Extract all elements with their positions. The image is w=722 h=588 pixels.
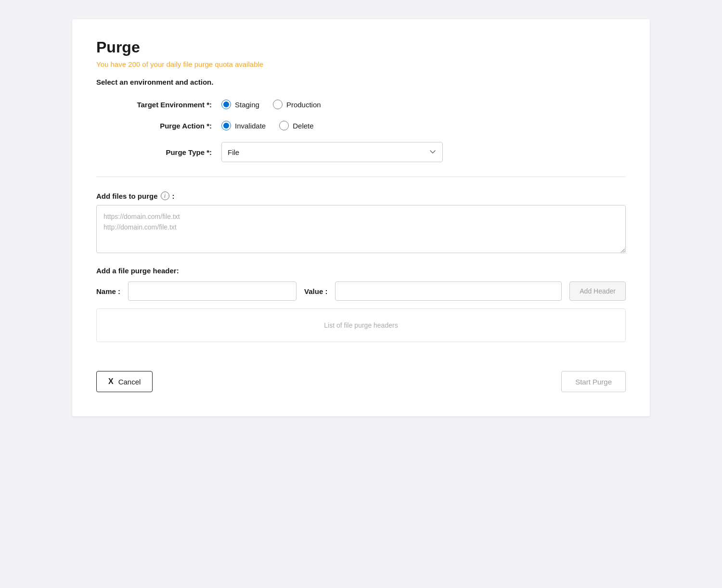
start-purge-button[interactable]: Start Purge — [561, 371, 626, 392]
invalidate-label: Invalidate — [235, 122, 266, 130]
headers-list-placeholder: List of file purge headers — [324, 321, 398, 329]
files-textarea[interactable] — [96, 205, 626, 253]
header-value-label: Value : — [304, 287, 327, 295]
purge-type-label: Purge Type *: — [125, 148, 221, 156]
cancel-label: Cancel — [118, 378, 141, 386]
target-environment-group: Staging Production — [221, 100, 321, 109]
cancel-button[interactable]: X Cancel — [96, 371, 153, 392]
staging-radio[interactable] — [221, 100, 231, 109]
staging-label: Staging — [235, 101, 259, 109]
page-title: Purge — [96, 38, 626, 56]
quota-message: You have 200 of your daily file purge qu… — [96, 60, 626, 68]
target-environment-row: Target Environment *: Staging Production — [96, 100, 626, 109]
headers-list-box: List of file purge headers — [96, 308, 626, 342]
add-header-button[interactable]: Add Header — [569, 281, 626, 301]
invalidate-radio[interactable] — [221, 121, 231, 130]
add-header-label: Add a file purge header: — [96, 267, 626, 275]
delete-radio[interactable] — [279, 121, 289, 130]
purge-action-group: Invalidate Delete — [221, 121, 314, 130]
delete-option[interactable]: Delete — [279, 121, 313, 130]
header-input-row: Name : Value : Add Header — [96, 281, 626, 301]
header-value-input[interactable] — [335, 281, 562, 301]
footer-actions: X Cancel Start Purge — [96, 361, 626, 392]
divider-1 — [96, 177, 626, 177]
cancel-x-icon: X — [108, 377, 114, 386]
purge-action-row: Purge Action *: Invalidate Delete — [96, 121, 626, 130]
header-name-input[interactable] — [128, 281, 297, 301]
delete-label: Delete — [293, 122, 313, 130]
section-instruction: Select an environment and action. — [96, 78, 626, 86]
info-icon[interactable]: i — [161, 192, 169, 200]
purge-type-select[interactable]: File Directory All Files — [221, 142, 443, 162]
production-option[interactable]: Production — [273, 100, 321, 109]
add-files-colon: : — [172, 192, 175, 200]
target-environment-label: Target Environment *: — [125, 101, 221, 109]
purge-action-label: Purge Action *: — [125, 122, 221, 130]
page-container: Purge You have 200 of your daily file pu… — [72, 19, 650, 416]
add-files-label: Add files to purge i : — [96, 192, 626, 200]
form-section: Target Environment *: Staging Production… — [96, 100, 626, 162]
add-files-section: Add files to purge i : — [96, 192, 626, 255]
add-files-text: Add files to purge — [96, 192, 158, 200]
add-header-section: Add a file purge header: Name : Value : … — [96, 267, 626, 342]
purge-type-row: Purge Type *: File Directory All Files — [96, 142, 626, 162]
production-label: Production — [286, 101, 321, 109]
production-radio[interactable] — [273, 100, 283, 109]
invalidate-option[interactable]: Invalidate — [221, 121, 266, 130]
staging-option[interactable]: Staging — [221, 100, 259, 109]
header-name-label: Name : — [96, 287, 120, 295]
